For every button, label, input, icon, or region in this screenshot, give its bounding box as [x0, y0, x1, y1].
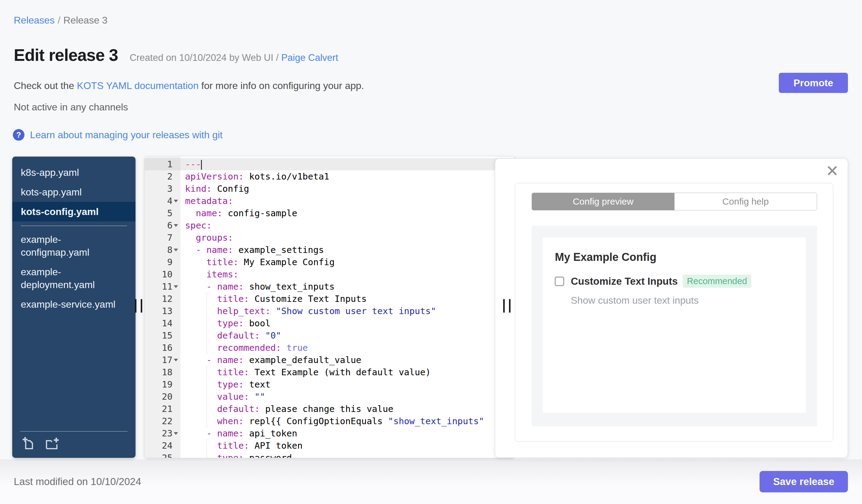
code-text[interactable]: recommended: true: [181, 342, 514, 354]
code-text[interactable]: when: repl{{ ConfigOptionEquals "show_te…: [181, 415, 514, 427]
code-line-19[interactable]: 19 type: text: [145, 378, 514, 390]
gutter-cell: 5: [145, 207, 181, 219]
code-text[interactable]: - name: example_settings: [181, 244, 514, 256]
line-number: 24: [162, 440, 172, 451]
page-title: Edit release 3: [14, 45, 118, 65]
git-docs-link[interactable]: Learn about managing your releases with …: [30, 129, 223, 141]
code-text[interactable]: name: config-sample: [181, 207, 514, 219]
code-text[interactable]: title: Text Example (with default value): [181, 366, 514, 378]
code-text[interactable]: type: password: [181, 452, 514, 458]
config-item-row: Customize Text Inputs Recommended: [555, 275, 751, 288]
fold-chevron-down-icon[interactable]: [172, 280, 179, 293]
code-text[interactable]: spec:: [181, 219, 514, 231]
code-line-2[interactable]: 2apiVersion: kots.io/v1beta1: [145, 170, 514, 183]
config-panel: ✕ Config previewConfig help My Example C…: [495, 158, 848, 458]
code-line-3[interactable]: 3kind: Config: [145, 183, 514, 195]
line-number: 11: [162, 281, 172, 292]
gutter-cell: 11: [145, 280, 181, 293]
code-text[interactable]: apiVersion: kots.io/v1beta1: [181, 170, 514, 183]
code-text[interactable]: items:: [181, 268, 514, 280]
config-item-help: Show custom user text inputs: [571, 295, 698, 306]
code-text[interactable]: ---: [181, 158, 514, 170]
save-release-button[interactable]: Save release: [759, 471, 848, 492]
code-line-22[interactable]: 22 when: repl{{ ConfigOptionEquals "show…: [145, 415, 514, 427]
sidebar-file-kots-config-yaml[interactable]: kots-config.yaml: [12, 202, 135, 222]
code-line-23[interactable]: 23 - name: api_token: [145, 427, 514, 439]
code-line-5[interactable]: 5 name: config-sample: [145, 207, 514, 219]
code-line-1[interactable]: 1---: [145, 158, 514, 170]
tab-config-help[interactable]: Config help: [675, 193, 817, 210]
new-file-icon[interactable]: [22, 436, 36, 451]
code-line-11[interactable]: 11 - name: show_text_inputs: [145, 280, 514, 293]
fold-chevron-down-icon[interactable]: [172, 195, 179, 207]
sidebar-file-kots-app-yaml[interactable]: kots-app.yaml: [12, 182, 135, 202]
sidebar-resize-handle[interactable]: [135, 299, 142, 313]
fold-chevron-down-icon[interactable]: [172, 219, 179, 231]
code-text[interactable]: groups:: [181, 231, 514, 244]
close-icon[interactable]: ✕: [826, 163, 839, 179]
code-line-13[interactable]: 13 help_text: "Show custom user text inp…: [145, 305, 514, 317]
gutter-cell: 13: [145, 305, 181, 317]
line-number: 7: [167, 233, 172, 243]
code-text[interactable]: default: please change this value: [181, 403, 514, 415]
fold-chevron-down-icon[interactable]: [172, 354, 179, 366]
customize-text-inputs-checkbox[interactable]: [555, 277, 564, 286]
code-line-20[interactable]: 20 value: "": [145, 390, 514, 403]
code-line-8[interactable]: 8 - name: example_settings: [145, 244, 514, 256]
code-line-9[interactable]: 9 title: My Example Config: [145, 256, 514, 268]
fold-chevron-down-icon[interactable]: [172, 244, 179, 256]
code-line-6[interactable]: 6spec:: [145, 219, 514, 231]
code-text[interactable]: title: API token: [181, 439, 514, 452]
code-text[interactable]: value: "": [181, 390, 514, 403]
code-text[interactable]: - name: show_text_inputs: [181, 280, 514, 293]
yaml-editor[interactable]: 1---2apiVersion: kots.io/v1beta13kind: C…: [145, 157, 514, 458]
code-line-17[interactable]: 17 - name: example_default_value: [145, 354, 514, 366]
code-text[interactable]: title: Customize Text Inputs: [181, 293, 514, 305]
code-line-10[interactable]: 10 items:: [145, 268, 514, 280]
breadcrumb-current: Release 3: [63, 15, 107, 26]
code-line-15[interactable]: 15 default: "0": [145, 329, 514, 342]
code-text[interactable]: - name: api_token: [181, 427, 514, 439]
code-text[interactable]: type: text: [181, 378, 514, 390]
code-text[interactable]: kind: Config: [181, 183, 514, 195]
breadcrumb: Releases/Release 3: [14, 15, 107, 26]
code-line-4[interactable]: 4metadata:: [145, 195, 514, 207]
code-line-16[interactable]: 16 recommended: true: [145, 342, 514, 354]
fold-chevron-down-icon[interactable]: [172, 427, 179, 439]
gutter-cell: 1: [145, 158, 181, 170]
breadcrumb-releases-link[interactable]: Releases: [14, 15, 54, 26]
gutter-cell: 10: [145, 268, 181, 280]
gutter-cell: 3: [145, 183, 181, 195]
code-text[interactable]: metadata:: [181, 195, 514, 207]
code-text[interactable]: help_text: "Show custom user text inputs…: [181, 305, 514, 317]
code-line-18[interactable]: 18 title: Text Example (with default val…: [145, 366, 514, 378]
sidebar-file-example-service-yaml[interactable]: example-service.yaml: [12, 294, 135, 314]
code-line-12[interactable]: 12 title: Customize Text Inputs: [145, 293, 514, 305]
code-line-7[interactable]: 7 groups:: [145, 231, 514, 244]
promote-button[interactable]: Promote: [779, 73, 848, 93]
code-line-14[interactable]: 14 type: bool: [145, 317, 514, 329]
sidebar-file-example-deployment-yaml[interactable]: example-deployment.yaml: [12, 262, 135, 294]
line-number: 5: [167, 208, 172, 218]
gutter-cell: 17: [145, 354, 181, 366]
file-list: k8s-app.yamlkots-app.yamlkots-config.yam…: [12, 157, 135, 314]
file-list-divider: [21, 226, 127, 226]
code-text[interactable]: default: "0": [181, 329, 514, 342]
code-line-21[interactable]: 21 default: please change this value: [145, 403, 514, 415]
text-cursor: [201, 160, 202, 170]
code-text[interactable]: - name: example_default_value: [181, 354, 514, 366]
kots-yaml-doc-link[interactable]: KOTS YAML documentation: [77, 80, 198, 91]
sidebar-icons: [12, 432, 135, 458]
new-folder-icon[interactable]: [45, 436, 59, 451]
created-author-link[interactable]: Paige Calvert: [281, 52, 338, 63]
code-line-25[interactable]: 25 type: password: [145, 452, 514, 458]
sidebar-bottom: [12, 431, 135, 458]
sidebar-file-example-configmap-yaml[interactable]: example-configmap.yaml: [12, 230, 135, 262]
line-number: 3: [167, 184, 172, 194]
code-line-24[interactable]: 24 title: API token: [145, 439, 514, 452]
tab-config-preview[interactable]: Config preview: [532, 193, 675, 210]
code-text[interactable]: type: bool: [181, 317, 514, 329]
code-text[interactable]: title: My Example Config: [181, 256, 514, 268]
editor-resize-handle[interactable]: [503, 299, 511, 313]
sidebar-file-k8s-app-yaml[interactable]: k8s-app.yaml: [12, 163, 135, 182]
